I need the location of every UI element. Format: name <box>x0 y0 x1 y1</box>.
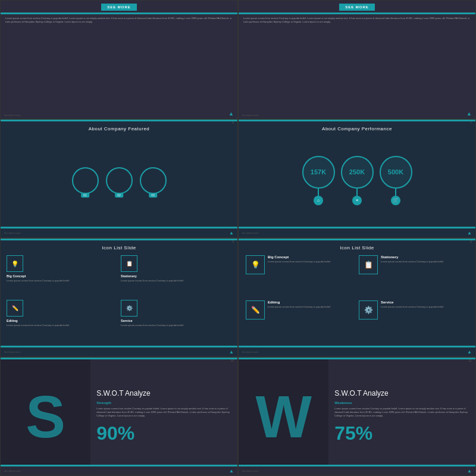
perf-pin-1 <box>318 189 319 196</box>
slide-8-footer: Into.theme.com <box>242 469 259 472</box>
big-concept-label-6: Big Concept <box>268 255 331 259</box>
circle-02: 02 <box>106 167 133 194</box>
editing-desc-5: Lorem ipsum comes from section Contrary … <box>7 324 70 327</box>
circle-number-3: 03 <box>149 193 157 198</box>
icon-list-grid-5: 💡 Big Concept Lorem ipsum comes from sec… <box>1 253 237 346</box>
slide-8-arrow: ▲ <box>467 468 472 474</box>
icon-text-editing: Editing Lorem ipsum comes from section C… <box>268 300 331 308</box>
slide-3-title: About Company Featured <box>1 121 237 134</box>
service-desc-5: Lorem ipsum comes from section Contrary … <box>121 324 184 327</box>
icon-item-editing-5: ✏️ Editing Lorem ipsum comes from sectio… <box>7 300 117 341</box>
swot-w-subtitle: Weakness <box>334 401 469 405</box>
perf-value-1: 157K <box>311 168 326 176</box>
editing-label-6: Editing <box>268 300 331 304</box>
slide-3-about-featured: 6 About Company Featured 01 02 03 Into.t… <box>0 119 238 238</box>
icon-item-big-concept-5: 💡 Big Concept Lorem ipsum comes from sec… <box>7 255 117 296</box>
see-more-button-1[interactable]: SEE MORE <box>101 4 137 11</box>
slide-3-arrow: ▲ <box>229 230 234 236</box>
swot-w-letter: W <box>255 387 311 446</box>
slide-5-title: Icon List Slide <box>1 240 237 253</box>
swot-s-letter: S <box>26 387 65 446</box>
circle-outline-1: 01 <box>72 167 99 194</box>
swot-w-letter-section: W <box>239 358 328 475</box>
circle-number-2: 02 <box>115 193 123 198</box>
slide-4-footer: Into.theme.com <box>242 231 259 234</box>
bulb-icon-6: 💡 <box>246 255 265 274</box>
perf-157k: 157K ⌂ <box>302 156 335 205</box>
slide-6-footer: Into.theme.com <box>242 350 259 353</box>
service-label-5: Service <box>121 319 133 322</box>
slide-4-number: 7 <box>470 121 472 124</box>
slide-6-title: Icon List Slide <box>239 240 475 253</box>
swot-s-percent: 90% <box>96 422 231 444</box>
swot-w-content: S.W.O.T Analyze Weakness Lorem ipsum com… <box>328 358 475 475</box>
perf-bubble-3: 500K <box>380 156 412 189</box>
swot-w-body: Lorem ipsum comes from section Contrary … <box>334 407 469 418</box>
slide-3-footer: Into.theme.com <box>4 231 21 234</box>
service-label-6: Service <box>381 300 444 304</box>
slide-1-footer: Into.theme.com <box>1 112 237 118</box>
cart-icon: 🛒 <box>391 196 400 205</box>
icon-item-editing-6: ✏️ Editing Lorem ipsum comes from sectio… <box>246 300 355 342</box>
slide-4-about-performance: 7 About Company Performance 157K ⌂ 250K … <box>238 119 476 238</box>
icon-item-service-6: ⚙️ Service Lorem ipsum comes from sectio… <box>359 300 468 342</box>
see-more-button-2[interactable]: SEE MORE <box>339 4 375 11</box>
slide-6-icon-list: 9 Icon List Slide 💡 Big Concept Lorem ip… <box>238 238 476 357</box>
slide-8-swot-w: 11 W S.W.O.T Analyze Weakness Lorem ipsu… <box>238 357 476 476</box>
stationery-desc-5: Lorem ipsum comes from section Contrary … <box>121 279 184 282</box>
swot-s-subtitle: Strength <box>96 401 231 405</box>
stationery-desc-6: Lorem ipsum comes from section Contrary … <box>381 260 444 263</box>
icon-item-stationery-6: 📋 Stationery Lorem ipsum comes from sect… <box>359 255 468 297</box>
perf-pin-3 <box>395 189 396 196</box>
performance-circles: 157K ⌂ 250K ≡ 500K 🛒 <box>239 134 475 227</box>
slide-6-number: 9 <box>470 240 472 243</box>
slide-4-title: About Company Performance <box>239 121 475 134</box>
icon-text-service: Service Lorem ipsum comes from section C… <box>381 300 444 308</box>
circle-01: 01 <box>72 167 99 194</box>
featured-circles: 01 02 03 <box>1 134 237 227</box>
swot-w-title: S.W.O.T Analyze <box>334 389 469 397</box>
slide-4-arrow: ▲ <box>467 230 472 236</box>
stationery-icon-5: 📋 <box>121 255 137 272</box>
icon-text-stationery: Stationery Lorem ipsum comes from sectio… <box>381 255 444 263</box>
perf-500k: 500K 🛒 <box>380 156 412 205</box>
swot-s-content: S.W.O.T Analyze Strength Lorem ipsum com… <box>90 358 237 475</box>
pencil-icon-5: ✏️ <box>7 300 23 317</box>
home-icon: ⌂ <box>314 196 323 205</box>
perf-bubble-1: 157K <box>302 156 335 189</box>
perf-250k: 250K ≡ <box>341 156 374 205</box>
slide-7-arrow: ▲ <box>229 468 234 474</box>
perf-value-2: 250K <box>349 168 365 176</box>
circle-03: 03 <box>140 167 167 194</box>
circle-number-1: 01 <box>81 193 89 198</box>
swot-s-body: Lorem ipsum comes from section Contrary … <box>96 407 231 418</box>
big-concept-label-5: Big Concept <box>7 274 26 278</box>
slide-1-body: Lorem ipsum comes from section Contrary … <box>5 17 233 24</box>
menu-icon: ≡ <box>352 196 362 205</box>
slide-2-arrow: ▲ <box>466 111 472 117</box>
swot-s-letter-section: S <box>1 358 90 475</box>
pencil-icon-6: ✏️ <box>246 300 265 320</box>
perf-pin-2 <box>356 189 358 196</box>
icon-item-big-concept-6: 💡 Big Concept Lorem ipsum comes from sec… <box>246 255 355 297</box>
big-concept-desc-5: Lorem ipsum comes from section Contrary … <box>7 279 70 282</box>
slide-2: SEE MORE Lorem ipsum comes from section … <box>238 0 476 119</box>
service-desc-6: Lorem ipsum comes from section Contrary … <box>381 305 444 308</box>
circle-outline-3: 03 <box>140 167 167 194</box>
slide-5-number: 8 <box>232 240 234 243</box>
slide-2-footer: Into.theme.com <box>239 112 475 118</box>
slide-1: SEE MORE Lorem ipsum comes from section … <box>0 0 238 119</box>
circle-outline-2: 02 <box>106 167 133 194</box>
big-concept-desc-6: Lorem ipsum comes from section Contrary … <box>268 260 331 263</box>
icon-item-service-5: ⚙️ Service Lorem ipsum comes from sectio… <box>121 300 231 341</box>
swot-w-percent: 75% <box>334 422 469 444</box>
swot-s-title: S.W.O.T Analyze <box>96 389 231 397</box>
editing-label-5: Editing <box>7 319 18 322</box>
bulb-icon-5: 💡 <box>7 255 23 272</box>
gear-icon-6: ⚙️ <box>359 300 378 320</box>
stationery-icon-6: 📋 <box>359 255 378 274</box>
stationery-label-5: Stationery <box>121 274 137 278</box>
slide-3-number: 6 <box>232 121 234 124</box>
icon-text-big-concept: Big Concept Lorem ipsum comes from secti… <box>268 255 331 263</box>
slide-2-body: Lorem ipsum comes from section Contrary … <box>243 17 471 24</box>
